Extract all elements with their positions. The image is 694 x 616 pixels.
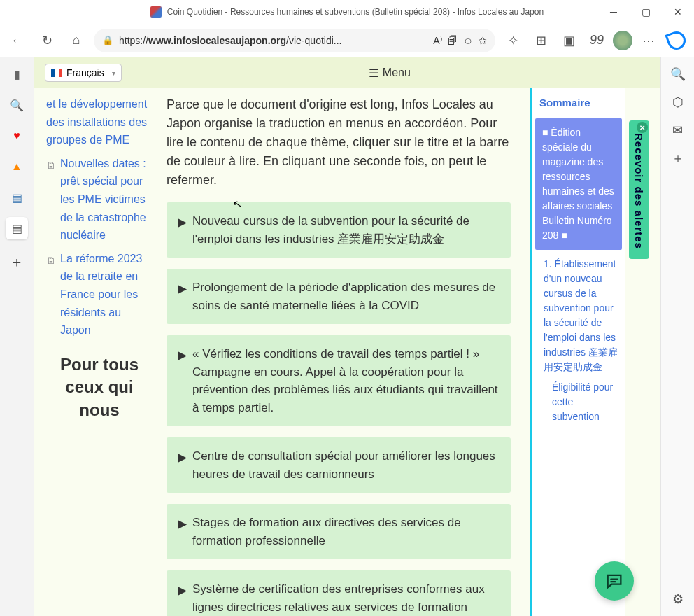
triangle-icon: ▶ <box>178 280 187 314</box>
favicon-icon <box>150 6 162 18</box>
document-icon: 🗎 <box>46 253 56 340</box>
more-button[interactable]: ⋯ <box>637 29 660 52</box>
rail-heart-icon[interactable]: ♥ <box>6 125 28 147</box>
triangle-icon: ▶ <box>178 346 187 416</box>
accordion-item[interactable]: ▶Système de certification des entreprise… <box>167 570 511 616</box>
maximize-button[interactable]: ▢ <box>630 0 662 24</box>
accordion-label: « Vérifiez les conditions de travail des… <box>192 345 500 416</box>
triangle-icon: ▶ <box>178 449 187 483</box>
flag-fr-icon <box>51 69 62 77</box>
favorites-icon[interactable]: ✩ <box>479 35 487 46</box>
related-articles-sidebar: et le développement des installations de… <box>34 88 153 616</box>
document-icon: 🗎 <box>46 158 56 244</box>
accordion-label: Prolongement de la période d'application… <box>192 279 500 314</box>
accordion-label: Nouveau cursus de la subvention pour la … <box>192 212 500 248</box>
settings-icon[interactable]: ⚙ <box>670 591 686 608</box>
window-titlebar: Coin Quotidien - Ressources humaines et … <box>0 0 694 24</box>
triangle-icon: ▶ <box>178 582 187 616</box>
back-button[interactable]: ← <box>6 29 29 52</box>
toc-link[interactable]: 1. Établissement d'un nouveau cursus de … <box>544 257 618 374</box>
quotes-button[interactable]: 99 <box>585 29 609 52</box>
rail-page-icon[interactable]: ▤ <box>6 186 28 209</box>
reader-icon[interactable]: 🗐 <box>448 35 458 46</box>
accordion-item[interactable]: ▶Centre de consultation spécial pour amé… <box>167 438 511 493</box>
intro-paragraph: Parce que le document d'origine est long… <box>167 95 511 190</box>
close-icon[interactable]: ✕ <box>637 122 648 133</box>
sidebar-link[interactable]: La réforme 2023 de la retraite en France… <box>60 250 153 340</box>
chat-icon <box>604 571 624 591</box>
vertical-tabs-rail: ▮ 🔍 ♥ ▲ ▤ ▤ ＋ <box>0 57 34 616</box>
toc-link[interactable]: Éligibilité pour cette subvention <box>552 380 618 424</box>
screenshot-button[interactable]: ▣ <box>557 29 581 52</box>
hamburger-icon: ☰ <box>369 66 378 80</box>
accordion-item[interactable]: ▶Nouveau cursus de la subvention pour la… <box>167 202 511 258</box>
language-bar: Français ☰ Menu <box>34 57 660 88</box>
rail-current-tab[interactable]: ▤ <box>6 217 28 239</box>
outlook-icon[interactable]: ✉ <box>670 122 686 139</box>
alerts-label: Recevoir des alertes <box>633 133 645 249</box>
url-text: https://www.infoslocalesaujapon.org/vie-… <box>119 35 427 46</box>
menu-toggle[interactable]: ☰ Menu <box>369 66 411 80</box>
sidebar-link[interactable]: Nouvelles dates : prêt spécial pour les … <box>60 155 153 244</box>
language-label: Français <box>66 67 104 78</box>
rail-tab-icon[interactable]: ▮ <box>6 63 28 85</box>
triangle-icon: ▶ <box>178 214 187 248</box>
rail-vlc-icon[interactable]: ▲ <box>6 155 28 178</box>
search-plus-icon[interactable]: 🔍 <box>670 66 686 83</box>
chat-fab[interactable] <box>595 561 634 601</box>
edge-sidebar: 🔍 ⬡ ✉ ＋ ⚙ <box>660 57 694 616</box>
page-content: Français ☰ Menu et le développement des … <box>34 57 660 616</box>
close-button[interactable]: ✕ <box>662 0 694 24</box>
tracking-icon[interactable]: ☺ <box>463 35 473 46</box>
sidebar-item[interactable]: 🗎 La réforme 2023 de la retraite en Fran… <box>46 250 153 340</box>
refresh-button[interactable]: ↻ <box>35 29 59 52</box>
accordion-item[interactable]: ▶Prolongement de la période d'applicatio… <box>167 269 511 324</box>
copilot-icon[interactable]: ⬡ <box>670 94 686 111</box>
window-title: Coin Quotidien - Ressources humaines et … <box>167 7 544 17</box>
accordion-item[interactable]: ▶Stages de formation aux directives des … <box>167 504 511 559</box>
rail-add-tab[interactable]: ＋ <box>6 251 28 273</box>
sidebar-heading: Pour tous ceux qui nous <box>46 354 153 421</box>
address-bar[interactable]: 🔒 https://www.infoslocalesaujapon.org/vi… <box>94 29 495 52</box>
accordion-label: Centre de consultation spécial pour amél… <box>192 447 500 483</box>
profile-avatar[interactable] <box>613 31 632 50</box>
lock-icon: 🔒 <box>102 35 113 46</box>
toc-title: Sommaire <box>532 88 625 118</box>
add-tool-icon[interactable]: ＋ <box>670 150 686 167</box>
menu-label: Menu <box>383 66 411 79</box>
rail-search-icon[interactable]: 🔍 <box>6 94 28 116</box>
read-aloud-icon[interactable]: A⁾ <box>433 35 441 46</box>
accordion-label: Stages de formation aux directives des s… <box>192 514 500 550</box>
toc-sidebar: Sommaire ■ Édition spéciale du magazine … <box>530 88 625 616</box>
sidebar-link[interactable]: et le développement des installations de… <box>46 95 153 149</box>
minimize-button[interactable]: ─ <box>597 0 630 24</box>
extensions-button[interactable]: ✧ <box>501 29 525 52</box>
triangle-icon: ▶ <box>178 515 187 550</box>
accordion-label: Système de certification des entreprises… <box>192 580 500 616</box>
sidebar-item[interactable]: et le développement des installations de… <box>46 95 153 149</box>
language-selector[interactable]: Français <box>45 64 122 82</box>
main-article: Parce que le document d'origine est long… <box>167 88 516 616</box>
sidebar-item[interactable]: 🗎 Nouvelles dates : prêt spécial pour le… <box>46 155 153 244</box>
home-button[interactable]: ⌂ <box>64 29 88 52</box>
toc-featured[interactable]: ■ Édition spéciale du magazine des resso… <box>535 118 622 250</box>
browser-toolbar: ← ↻ ⌂ 🔒 https://www.infoslocalesaujapon.… <box>0 24 694 57</box>
alerts-tab[interactable]: ✕ Recevoir des alertes <box>629 120 649 259</box>
bing-chat-button[interactable] <box>665 29 688 52</box>
collections-button[interactable]: ⊞ <box>529 29 553 52</box>
accordion-item[interactable]: ▶« Vérifiez les conditions de travail de… <box>167 335 511 426</box>
